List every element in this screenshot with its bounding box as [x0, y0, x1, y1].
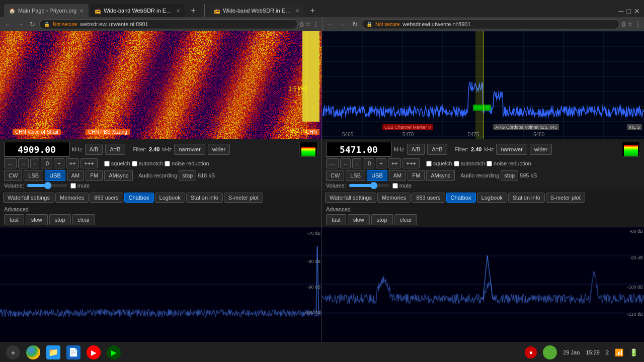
- tab-websdr-right[interactable]: 📻 Wide-band WebSDR in Ensc... ✕: [209, 4, 304, 17]
- mode-cw-right[interactable]: CW: [326, 170, 344, 181]
- tab-users-right[interactable]: 863 users: [412, 193, 445, 203]
- nr-input-left[interactable]: [165, 161, 170, 166]
- autonotch-input-left[interactable]: [132, 161, 137, 166]
- tab-close3-icon[interactable]: ✕: [295, 8, 299, 14]
- step-double-minus-right[interactable]: --: [340, 158, 351, 168]
- narrower-btn-left[interactable]: narrower: [174, 144, 205, 155]
- window-close-icon[interactable]: ✕: [634, 7, 640, 15]
- advanced-label-left[interactable]: Advanced: [4, 206, 29, 212]
- stop-btn-left[interactable]: stop: [179, 170, 196, 180]
- step-plus-left[interactable]: +: [54, 158, 64, 168]
- volume-slider-right[interactable]: [349, 184, 389, 187]
- tab-websdr-left[interactable]: 📻 Wide-band WebSDR in Ensc... ✕: [90, 4, 185, 17]
- speed-clear-right[interactable]: clear: [394, 214, 418, 225]
- mode-usb-left[interactable]: USB: [45, 170, 65, 181]
- advanced-label-right[interactable]: Advanced: [326, 206, 351, 212]
- narrower-btn-right[interactable]: narrower: [496, 144, 527, 155]
- play-taskbar-icon[interactable]: ▶: [107, 345, 121, 359]
- ab-btn-left[interactable]: A/B: [85, 144, 103, 155]
- mode-fm-left[interactable]: FM: [86, 170, 103, 181]
- chrome-taskbar-icon[interactable]: [26, 345, 40, 359]
- squelch-input-right[interactable]: [426, 161, 432, 166]
- mode-amsync-right[interactable]: AMsync: [426, 170, 455, 181]
- stop-btn-right[interactable]: stop: [501, 170, 518, 180]
- tab-station-info-right[interactable]: Station info: [508, 193, 545, 203]
- step-minus-right[interactable]: -: [352, 158, 361, 168]
- speed-fast-left[interactable]: fast: [4, 214, 24, 225]
- mute-check-left[interactable]: mute: [70, 183, 90, 189]
- tab-chatbox-right[interactable]: Chatbox: [446, 193, 476, 203]
- docs-taskbar-icon[interactable]: 📄: [66, 345, 80, 359]
- nav-forward-right[interactable]: →: [338, 21, 348, 28]
- nr-check-left[interactable]: noise reduction: [165, 158, 209, 168]
- mute-input-left[interactable]: [70, 183, 76, 189]
- tab-add-right[interactable]: +: [305, 4, 319, 17]
- nr-check-right[interactable]: noise reduction: [487, 158, 531, 168]
- mode-usb-right[interactable]: USB: [367, 170, 387, 181]
- star-icon-r[interactable]: ☆: [627, 21, 633, 28]
- wider-btn-left[interactable]: wider: [208, 144, 230, 155]
- tab-waterfall-settings-right[interactable]: Waterfall settings: [325, 193, 376, 203]
- mode-amsync-left[interactable]: AMsync: [104, 170, 133, 181]
- mode-am-right[interactable]: AM: [389, 170, 407, 181]
- tab-main-page[interactable]: 🏠 Main Page › Priyorn.org ✕: [4, 4, 89, 17]
- tab-add-left[interactable]: +: [186, 4, 200, 17]
- waterfall-left[interactable]: CHN Voice of Strait CHN PBS Xizang CHN 1…: [0, 31, 321, 139]
- squelch-input-left[interactable]: [104, 161, 110, 166]
- freq-display-left[interactable]: 4909.00: [4, 142, 69, 157]
- squelch-check-right[interactable]: squelch: [426, 158, 452, 168]
- tab-logbook-right[interactable]: Logbook: [477, 193, 507, 203]
- address-bar-left[interactable]: 🔒 Not secure websdr.ewi.utwente.nl:8901: [39, 19, 298, 29]
- step-dot-left[interactable]: .0: [41, 158, 52, 168]
- step-double-minus-left[interactable]: --: [18, 158, 29, 168]
- speed-fast-right[interactable]: fast: [326, 214, 346, 225]
- tab-close2-icon[interactable]: ✕: [176, 8, 180, 14]
- tab-station-info-left[interactable]: Station info: [186, 193, 223, 203]
- mute-check-right[interactable]: mute: [392, 183, 412, 189]
- youtube-taskbar-icon[interactable]: ▶: [87, 345, 101, 359]
- tab-memories-right[interactable]: Memories: [377, 193, 411, 203]
- share-icon-r[interactable]: ⎙: [622, 21, 625, 28]
- step-dot-right[interactable]: .0: [363, 158, 374, 168]
- autonotch-input-right[interactable]: [454, 161, 459, 166]
- tab-waterfall-settings-left[interactable]: Waterfall settings: [3, 193, 54, 203]
- spectrum-right[interactable]: 5465 5470 5475 5480 UZB Channel Marker V…: [322, 31, 644, 139]
- step-double-plus-right[interactable]: ++: [388, 158, 401, 168]
- window-restore-icon[interactable]: □: [627, 7, 631, 15]
- mode-am-left[interactable]: AM: [67, 170, 85, 181]
- step-double-plus-left[interactable]: ++: [66, 158, 79, 168]
- address-bar-right[interactable]: 🔒 Not secure websdr.ewi.utwente.nl:8901: [362, 19, 620, 29]
- speed-stop-right[interactable]: stop: [371, 214, 393, 225]
- volume-slider-left[interactable]: [27, 184, 67, 187]
- nav-back-right[interactable]: ←: [326, 21, 336, 28]
- mode-fm-right[interactable]: FM: [408, 170, 425, 181]
- tab-logbook-left[interactable]: Logbook: [155, 193, 185, 203]
- nav-back-left[interactable]: ←: [3, 21, 13, 28]
- speed-slow-right[interactable]: slow: [348, 214, 370, 225]
- tab-smeter-left[interactable]: S-meter plot: [224, 193, 263, 203]
- freq-display-right[interactable]: 5471.00: [326, 142, 391, 157]
- speed-stop-left[interactable]: stop: [49, 214, 71, 225]
- tab-smeter-right[interactable]: S-meter plot: [546, 193, 585, 203]
- mode-lsb-right[interactable]: LSB: [346, 170, 365, 181]
- wider-btn-right[interactable]: wider: [530, 144, 552, 155]
- aeb-btn-right[interactable]: A=B: [427, 144, 447, 155]
- tab-memories-left[interactable]: Memories: [55, 193, 89, 203]
- nr-input-right[interactable]: [487, 161, 492, 166]
- speed-slow-left[interactable]: slow: [26, 214, 48, 225]
- nav-forward-left[interactable]: →: [15, 21, 25, 28]
- autonotch-check-left[interactable]: autonotch: [132, 158, 163, 168]
- menu-icon-r[interactable]: ⋮: [635, 21, 641, 28]
- ab-btn-right[interactable]: A/B: [407, 144, 425, 155]
- nav-refresh-left[interactable]: ↻: [27, 21, 37, 28]
- tab-chatbox-left[interactable]: Chatbox: [124, 193, 154, 203]
- star-icon[interactable]: ☆: [305, 21, 311, 28]
- step-triple-plus-left[interactable]: +++: [80, 158, 97, 168]
- menu-icon[interactable]: ⋮: [313, 21, 319, 28]
- squelch-check-left[interactable]: squelch: [104, 158, 130, 168]
- mute-input-right[interactable]: [392, 183, 398, 189]
- window-minimize-icon[interactable]: ─: [619, 7, 624, 15]
- speed-clear-left[interactable]: clear: [72, 214, 96, 225]
- nav-refresh-right[interactable]: ↻: [350, 21, 360, 28]
- share-icon[interactable]: ⎙: [300, 21, 303, 28]
